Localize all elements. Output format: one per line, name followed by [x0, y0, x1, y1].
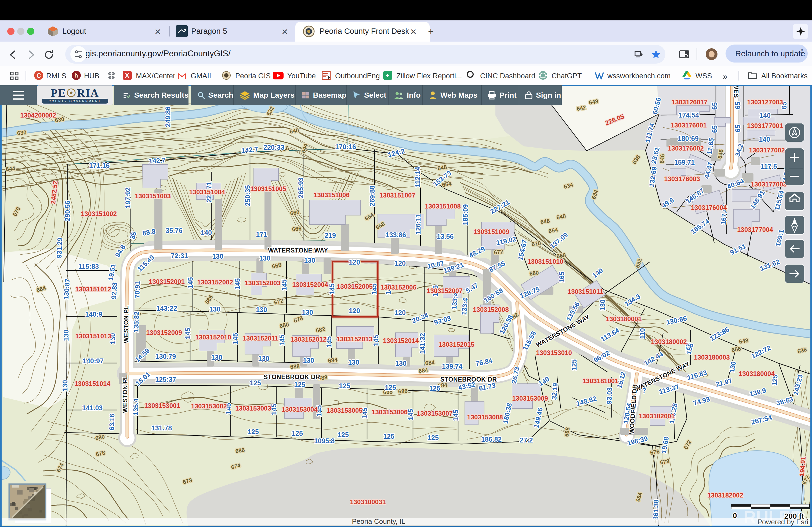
svg-text:120: 120: [394, 309, 406, 316]
svg-text:1303151009: 1303151009: [474, 228, 509, 235]
svg-text:STONEBROOK DR: STONEBROOK DR: [440, 376, 497, 383]
svg-text:145: 145: [407, 409, 414, 420]
svg-text:1303180002: 1303180002: [651, 338, 686, 345]
svg-text:1303182001: 1303182001: [639, 412, 675, 420]
svg-text:1303100031: 1303100031: [350, 498, 386, 506]
svg-text:125: 125: [248, 428, 259, 436]
svg-text:249.86: 249.86: [164, 107, 172, 127]
svg-text:125: 125: [429, 385, 440, 392]
svg-text:Peoria County, IL: Peoria County, IL: [352, 517, 405, 525]
svg-text:1303153008: 1303153008: [467, 413, 503, 421]
svg-text:63.16: 63.16: [108, 413, 116, 431]
svg-text:265:93: 265:93: [297, 177, 305, 198]
svg-text:1303152004: 1303152004: [292, 281, 328, 288]
svg-text:165: 165: [558, 272, 566, 283]
svg-text:197:92: 197:92: [124, 187, 132, 208]
svg-text:1303177001: 1303177001: [747, 122, 783, 129]
svg-text:1303152015: 1303152015: [438, 341, 474, 348]
svg-text:133.86: 133.86: [386, 231, 406, 239]
svg-text:171.16: 171.16: [89, 162, 110, 169]
svg-text:130: 130: [599, 299, 606, 311]
svg-text:1303153002: 1303153002: [191, 403, 227, 410]
svg-text:684: 684: [328, 357, 338, 364]
svg-text:1303177003: 1303177003: [751, 181, 786, 188]
svg-text:65: 65: [711, 102, 718, 110]
svg-text:672: 672: [494, 248, 504, 256]
svg-text:1303151005: 1303151005: [250, 185, 286, 192]
svg-text:1303153005: 1303153005: [327, 407, 362, 414]
svg-text:200 ft: 200 ft: [784, 512, 804, 520]
svg-text:180:69: 180:69: [678, 135, 699, 142]
svg-text:186.82: 186.82: [481, 436, 502, 443]
svg-text:1303153001: 1303153001: [144, 402, 180, 409]
svg-text:931.29: 931.29: [55, 238, 64, 258]
svg-text:130: 130: [258, 355, 269, 362]
svg-text:1303180003: 1303180003: [694, 353, 729, 361]
svg-text:125: 125: [383, 433, 394, 440]
svg-text:130: 130: [62, 330, 70, 341]
svg-text:130: 130: [304, 257, 315, 264]
svg-text:1303152006: 1303152006: [380, 284, 416, 291]
svg-text:140: 140: [759, 111, 771, 119]
svg-text:120: 120: [394, 259, 406, 267]
svg-text:145: 145: [452, 410, 460, 421]
svg-text:361.38: 361.38: [652, 499, 660, 520]
svg-text:65: 65: [711, 125, 718, 133]
svg-text:1303176004: 1303176004: [691, 204, 727, 211]
svg-text:1303176003: 1303176003: [664, 175, 700, 182]
svg-text:145: 145: [231, 333, 239, 344]
svg-text:WES: WES: [733, 85, 740, 98]
svg-text:145: 145: [270, 404, 278, 415]
svg-text:13.56: 13.56: [437, 232, 454, 240]
svg-text:0: 0: [733, 511, 737, 520]
svg-text:1303180004: 1303180004: [739, 370, 775, 377]
svg-text:140: 140: [759, 136, 770, 143]
svg-text:130:87: 130:87: [62, 278, 71, 300]
svg-text:135:82: 135:82: [132, 311, 141, 332]
svg-text:1303153006: 1303153006: [372, 408, 407, 416]
svg-text:130: 130: [259, 254, 271, 262]
svg-text:680: 680: [529, 269, 539, 277]
svg-text:145: 145: [184, 328, 191, 339]
svg-text:1303177002: 1303177002: [749, 147, 785, 154]
svg-text:125: 125: [385, 384, 396, 391]
svg-text:1303151006: 1303151006: [314, 191, 349, 199]
svg-text:290.56: 290.56: [64, 201, 71, 221]
svg-text:130: 130: [212, 253, 223, 260]
svg-text:1303152002: 1303152002: [197, 278, 233, 286]
svg-text:1303126017: 1303126017: [671, 99, 707, 106]
svg-text:170:16: 170:16: [335, 143, 356, 151]
svg-text:686: 686: [235, 447, 245, 454]
svg-text:130: 130: [209, 305, 220, 313]
svg-text:220:33: 220:33: [263, 144, 284, 151]
svg-text:1303152003: 1303152003: [245, 279, 280, 287]
svg-text:145: 145: [372, 335, 380, 346]
svg-text:27.2: 27.2: [520, 436, 533, 444]
svg-text:171: 171: [256, 230, 267, 238]
svg-text:670: 670: [531, 240, 541, 247]
svg-text:115:83: 115:83: [78, 263, 99, 270]
svg-text:130.79: 130.79: [156, 352, 176, 360]
svg-text:1303151012: 1303151012: [75, 286, 111, 293]
svg-text:125: 125: [250, 379, 261, 387]
svg-text:WATERSTONE WAY: WATERSTONE WAY: [268, 247, 328, 254]
svg-text:65: 65: [734, 102, 741, 109]
svg-text:112:14: 112:14: [414, 167, 421, 187]
svg-text:126:11: 126:11: [414, 214, 422, 235]
svg-text:1303152011: 1303152011: [243, 335, 278, 342]
svg-text:1303153009: 1303153009: [512, 395, 548, 402]
svg-text:142.7: 142.7: [148, 156, 166, 165]
svg-text:130: 130: [302, 308, 313, 316]
svg-text:125: 125: [427, 434, 439, 441]
svg-text:688: 688: [563, 427, 571, 437]
svg-text:65: 65: [734, 125, 741, 132]
svg-text:130: 130: [395, 360, 407, 367]
svg-text:131.78: 131.78: [151, 424, 172, 432]
svg-text:1303152012: 1303152012: [291, 336, 326, 343]
svg-text:1303151013: 1303151013: [75, 332, 111, 340]
svg-text:143:22: 143:22: [156, 304, 177, 312]
svg-text:130: 130: [303, 357, 314, 364]
svg-text:125: 125: [570, 359, 578, 371]
svg-text:660: 660: [290, 209, 300, 216]
svg-text:1303151010: 1303151010: [527, 258, 563, 265]
